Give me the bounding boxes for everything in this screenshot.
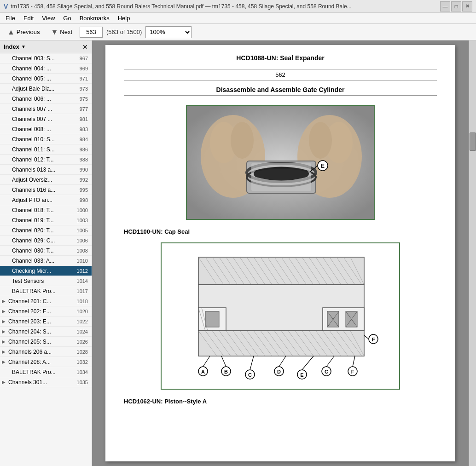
sidebar-dropdown-icon[interactable]: ▼	[21, 44, 26, 49]
expand-arrow-icon[interactable]: ▶	[2, 349, 7, 354]
sidebar-item-5[interactable]: Channels 007 ...977	[0, 104, 92, 114]
sidebar-item-page: 1032	[75, 359, 88, 365]
scrollbar-thumb[interactable]	[470, 132, 476, 151]
sidebar-close-icon[interactable]: ✕	[82, 43, 88, 51]
sidebar-item-9[interactable]: Channel 011: S...986	[0, 144, 92, 155]
sidebar-item-22[interactable]: Test Sensors1014	[0, 276, 92, 286]
sidebar-item-page: 990	[75, 167, 88, 173]
sidebar-item-2[interactable]: Channel 005: ...971	[0, 74, 92, 84]
close-button[interactable]: ✕	[462, 1, 472, 12]
sidebar-item-page: 1017	[75, 288, 88, 294]
sidebar-item-25[interactable]: ▶Channel 202: E...1020	[0, 306, 92, 316]
sidebar-item-page: 986	[75, 147, 88, 152]
sidebar-item-label: Channel 005: ...	[12, 75, 51, 82]
figure2-caption: HCD1062-UN: Piston--Style A	[124, 398, 437, 405]
sidebar-item-page: 1028	[75, 349, 88, 355]
sidebar-item-label: Checking Micr...	[12, 268, 51, 274]
maximize-button[interactable]: □	[451, 1, 461, 12]
sidebar-item-21[interactable]: Checking Micr...1012	[0, 266, 92, 276]
window-title: tm1735 - 458, 458 Silage Special, and 55…	[11, 3, 351, 10]
sidebar-item-1[interactable]: Channel 004: ...969	[0, 63, 92, 74]
page-count: (563 of 1500)	[106, 29, 142, 35]
sidebar-item-14[interactable]: Adjust PTO an...998	[0, 195, 92, 205]
figure-cap-seal: A B C	[161, 242, 400, 390]
menu-file[interactable]: File	[2, 14, 19, 23]
scrollbar-track[interactable]	[469, 40, 476, 466]
zoom-select[interactable]: 50% 75% 100% 125% 150% 200%	[145, 26, 192, 38]
sidebar-item-28[interactable]: ▶Channel 205: S...1026	[0, 337, 92, 347]
sidebar-item-label: BALETRAK Pro...	[12, 288, 56, 294]
cap-seal-svg: A B C	[162, 243, 400, 390]
sidebar-item-page: 984	[75, 137, 88, 142]
page-input[interactable]	[80, 27, 103, 38]
sidebar-item-page: 1003	[75, 218, 88, 223]
sidebar-item-page: 998	[75, 197, 88, 203]
title-bar: V tm1735 - 458, 458 Silage Special, and …	[0, 0, 476, 13]
expand-arrow-icon[interactable]: ▶	[2, 380, 7, 385]
expand-arrow-icon[interactable]: ▶	[2, 309, 7, 314]
sidebar-item-page: 1008	[75, 248, 88, 253]
sidebar-item-label: Channels 206 a...	[8, 349, 52, 355]
sidebar-item-27[interactable]: ▶Channel 204: S...1024	[0, 327, 92, 337]
sidebar-item-20[interactable]: Channel 033: A...1010	[0, 256, 92, 266]
sidebar-item-label: Channel 020: T...	[12, 227, 54, 234]
expand-arrow-icon[interactable]: ▶	[2, 319, 7, 324]
menu-bookmarks[interactable]: Bookmarks	[76, 14, 113, 23]
expand-arrow-icon[interactable]: ▶	[2, 299, 7, 304]
menu-help[interactable]: Help	[114, 14, 134, 23]
sidebar-item-page: 975	[75, 96, 88, 102]
sidebar-item-label: BALETRAK Pro...	[12, 369, 56, 375]
main-layout: Index ▼ ✕ Channel 003: S...967Channel 00…	[0, 40, 476, 466]
sidebar-item-label: Channel 201: C...	[8, 298, 51, 305]
sidebar-item-29[interactable]: ▶Channels 206 a...1028	[0, 347, 92, 357]
sidebar-item-31[interactable]: BALETRAK Pro...1034	[0, 367, 92, 377]
menu-view[interactable]: View	[38, 14, 58, 23]
sidebar-item-13[interactable]: Channels 016 a...995	[0, 185, 92, 195]
next-button[interactable]: ▼ Next	[47, 26, 76, 38]
sidebar-item-0[interactable]: Channel 003: S...967	[0, 53, 92, 63]
sidebar-item-3[interactable]: Adjust Bale Dia...973	[0, 84, 92, 94]
sidebar-item-17[interactable]: Channel 020: T...1005	[0, 225, 92, 236]
menu-edit[interactable]: Edit	[20, 14, 37, 23]
previous-button[interactable]: ▲ Previous	[4, 26, 43, 38]
page-top-title: HCD1088-UN: Seal Expander	[124, 54, 437, 64]
sidebar-item-16[interactable]: Channel 019: T...1003	[0, 215, 92, 225]
sidebar-item-18[interactable]: Channel 029: C...1006	[0, 236, 92, 246]
sidebar-item-label: Channel 203: E...	[8, 318, 51, 325]
sidebar-item-19[interactable]: Channel 030: T...1008	[0, 246, 92, 256]
sidebar-item-label: Channels 007 ...	[12, 116, 52, 122]
sidebar-item-15[interactable]: Channel 018: T...1000	[0, 205, 92, 215]
sidebar-item-26[interactable]: ▶Channel 203: E...1022	[0, 316, 92, 327]
sidebar-item-page: 992	[75, 177, 88, 183]
expand-arrow-icon[interactable]: ▶	[2, 359, 7, 364]
app-icon: V	[4, 3, 8, 10]
expand-arrow-icon[interactable]: ▶	[2, 329, 7, 334]
expand-arrow-icon[interactable]: ▶	[2, 339, 7, 344]
sidebar-item-10[interactable]: Channel 012: T...988	[0, 155, 92, 165]
menu-go[interactable]: Go	[59, 14, 75, 23]
sidebar-item-23[interactable]: BALETRAK Pro...1017	[0, 286, 92, 296]
sidebar-item-page: 1024	[75, 329, 88, 334]
sidebar-item-label: Adjust PTO an...	[12, 197, 52, 203]
sidebar-item-label: Adjust Bale Dia...	[12, 86, 54, 92]
svg-text:F: F	[351, 369, 354, 374]
sidebar-item-8[interactable]: Channel 010: S...984	[0, 134, 92, 144]
minimize-button[interactable]: —	[440, 1, 450, 12]
sidebar-item-page: 969	[75, 66, 88, 71]
sidebar-item-7[interactable]: Channel 008: ...983	[0, 124, 92, 134]
sidebar-item-page: 1006	[75, 238, 88, 243]
sidebar-item-30[interactable]: ▶Channel 208: A...1032	[0, 357, 92, 367]
svg-text:C: C	[248, 372, 252, 378]
sidebar-item-11[interactable]: Channels 013 a...990	[0, 165, 92, 175]
sidebar-item-label: Channel 019: T...	[12, 217, 54, 224]
sidebar-item-page: 1012	[75, 268, 88, 274]
sidebar-item-24[interactable]: ▶Channel 201: C...1018	[0, 296, 92, 306]
sidebar-item-4[interactable]: Channel 006: ...975	[0, 94, 92, 104]
svg-text:C: C	[325, 369, 328, 374]
sidebar-item-label: Channels 301...	[8, 379, 47, 385]
sidebar-item-12[interactable]: Adjust Oversiz...992	[0, 175, 92, 185]
sidebar-item-32[interactable]: ▶Channels 301...1035	[0, 377, 92, 387]
sidebar-item-6[interactable]: Channels 007 ...981	[0, 114, 92, 124]
content-area[interactable]: HCD1088-UN: Seal Expander 562 Disassembl…	[92, 40, 469, 466]
sidebar-item-page: 967	[75, 56, 88, 61]
